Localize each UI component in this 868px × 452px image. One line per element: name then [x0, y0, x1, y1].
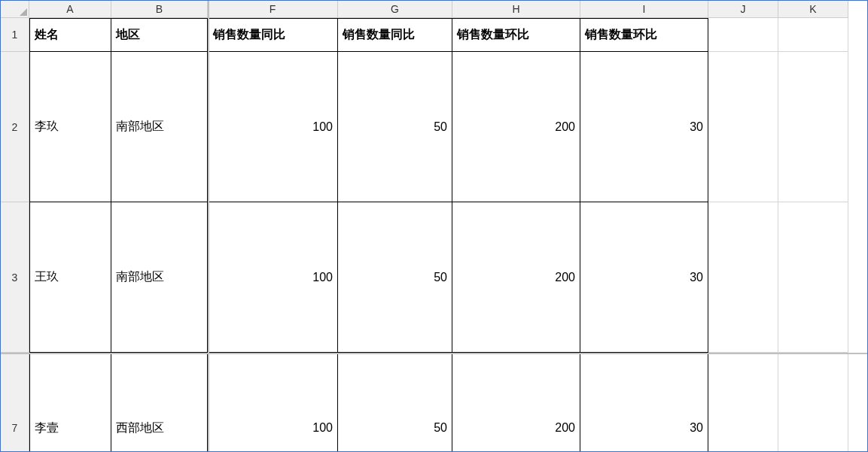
col-header-J[interactable]: J — [708, 1, 778, 18]
cell[interactable]: 30 — [580, 202, 708, 353]
freeze-line-vertical — [208, 1, 209, 452]
column-headers: ABFGHIJK — [29, 1, 848, 18]
cell[interactable]: 50 — [338, 353, 452, 452]
cell[interactable]: 销售数量环比 — [452, 18, 580, 52]
cell[interactable]: 地区 — [111, 18, 208, 52]
cell[interactable] — [778, 353, 848, 452]
col-header-F[interactable]: F — [208, 1, 338, 18]
col-header-K[interactable]: K — [778, 1, 848, 18]
cell[interactable]: 销售数量同比 — [338, 18, 452, 52]
cell[interactable] — [708, 353, 778, 452]
cell[interactable] — [708, 202, 778, 353]
cell[interactable]: 西部地区 — [111, 353, 208, 452]
cell[interactable]: 王玖 — [29, 202, 111, 353]
row-header-2[interactable]: 2 — [1, 52, 29, 202]
select-all-corner[interactable] — [1, 1, 29, 18]
row-header-3[interactable]: 3 — [1, 202, 29, 353]
col-header-H[interactable]: H — [452, 1, 580, 18]
col-header-G[interactable]: G — [338, 1, 452, 18]
cell[interactable] — [708, 52, 778, 202]
cell[interactable] — [708, 18, 778, 52]
cell[interactable]: 100 — [208, 202, 338, 353]
cell[interactable]: 南部地区 — [111, 52, 208, 202]
cell[interactable] — [778, 18, 848, 52]
cell[interactable]: 销售数量环比 — [580, 18, 708, 52]
cell[interactable]: 姓名 — [29, 18, 111, 52]
cell[interactable] — [778, 202, 848, 353]
cell-grid: 姓名地区销售数量同比销售数量同比销售数量环比销售数量环比李玖南部地区100502… — [29, 18, 848, 452]
row-headers: 12378910111213141516 — [1, 18, 29, 452]
cell[interactable] — [778, 52, 848, 202]
col-header-I[interactable]: I — [580, 1, 708, 18]
cell[interactable]: 200 — [452, 202, 580, 353]
cell[interactable]: 李壹 — [29, 353, 111, 452]
cell[interactable]: 50 — [338, 202, 452, 353]
cell[interactable]: 南部地区 — [111, 202, 208, 353]
col-header-A[interactable]: A — [29, 1, 111, 18]
freeze-line-horizontal — [1, 353, 868, 354]
cell[interactable]: 200 — [452, 52, 580, 202]
cell[interactable]: 200 — [452, 353, 580, 452]
cell[interactable]: 50 — [338, 52, 452, 202]
cell[interactable]: 30 — [580, 353, 708, 452]
cell[interactable]: 30 — [580, 52, 708, 202]
cell[interactable]: 100 — [208, 52, 338, 202]
cell[interactable]: 销售数量同比 — [208, 18, 338, 52]
cell[interactable]: 100 — [208, 353, 338, 452]
row-header-7[interactable]: 7 — [1, 353, 29, 452]
col-header-B[interactable]: B — [111, 1, 208, 18]
row-header-1[interactable]: 1 — [1, 18, 29, 52]
cell[interactable]: 李玖 — [29, 52, 111, 202]
